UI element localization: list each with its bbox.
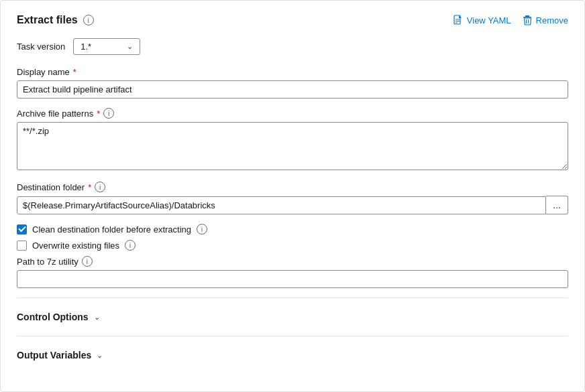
clean-destination-row: Clean destination folder before extracti… (17, 224, 568, 235)
remove-label: Remove (536, 15, 568, 25)
path-7z-group: Path to 7z utility i (17, 256, 568, 288)
archive-patterns-input[interactable]: **/*.zip (17, 122, 568, 170)
display-name-required: * (73, 67, 76, 77)
header-right: View YAML Remove (453, 15, 568, 25)
destination-browse-label: ... (553, 200, 561, 210)
header-left: Extract files i (17, 14, 94, 26)
clean-destination-checkbox[interactable] (17, 224, 27, 235)
title-info-icon[interactable]: i (83, 15, 94, 25)
divider-2 (17, 336, 568, 336)
task-version-value: 1.* (81, 42, 91, 52)
display-name-label: Display name * (17, 67, 568, 77)
remove-icon (522, 15, 533, 25)
display-name-group: Display name * (17, 67, 568, 99)
divider-1 (17, 298, 568, 298)
panel-header: Extract files i View YAML (17, 14, 568, 26)
destination-folder-group: Destination folder * i ... (17, 182, 568, 214)
destination-folder-label: Destination folder * i (17, 182, 568, 192)
task-version-row: Task version 1.* ⌄ (17, 38, 568, 55)
destination-folder-required: * (88, 182, 91, 192)
control-options-section[interactable]: Control Options ⌄ (17, 308, 568, 326)
view-yaml-label: View YAML (467, 15, 511, 25)
destination-browse-button[interactable]: ... (546, 196, 568, 214)
destination-folder-row: ... (17, 196, 568, 214)
yaml-icon (453, 15, 464, 25)
remove-button[interactable]: Remove (522, 15, 568, 25)
path-7z-info-icon[interactable]: i (82, 256, 93, 267)
output-variables-section[interactable]: Output Variables ⌄ (17, 346, 568, 365)
clean-destination-label: Clean destination folder before extracti… (32, 224, 191, 235)
svg-rect-5 (523, 17, 531, 18)
overwrite-files-checkbox[interactable] (17, 241, 27, 251)
output-variables-title: Output Variables (17, 350, 91, 361)
task-version-select[interactable]: 1.* ⌄ (73, 38, 140, 55)
clean-destination-info-icon[interactable]: i (197, 224, 207, 235)
destination-folder-info-icon[interactable]: i (95, 182, 105, 192)
path-7z-input[interactable] (17, 270, 568, 288)
extract-files-panel: Extract files i View YAML (0, 0, 585, 392)
overwrite-files-label: Overwrite existing files (32, 241, 119, 251)
display-name-input[interactable] (17, 80, 568, 99)
overwrite-files-row: Overwrite existing files i (17, 240, 568, 251)
control-options-title: Control Options (17, 312, 89, 322)
page-title: Extract files (17, 14, 78, 26)
path-7z-label: Path to 7z utility i (17, 256, 568, 267)
task-version-label: Task version (17, 42, 65, 52)
output-variables-chevron-icon: ⌄ (97, 351, 103, 360)
archive-patterns-label: Archive file patterns * i (17, 108, 568, 119)
chevron-down-icon: ⌄ (127, 42, 133, 51)
archive-patterns-group: Archive file patterns * i **/*.zip (17, 108, 568, 172)
view-yaml-button[interactable]: View YAML (453, 15, 511, 25)
svg-rect-4 (525, 15, 529, 17)
archive-patterns-info-icon[interactable]: i (103, 108, 114, 119)
archive-patterns-required: * (97, 109, 100, 119)
destination-folder-input[interactable] (17, 196, 546, 214)
overwrite-files-info-icon[interactable]: i (125, 240, 136, 251)
control-options-chevron-icon: ⌄ (94, 313, 100, 322)
